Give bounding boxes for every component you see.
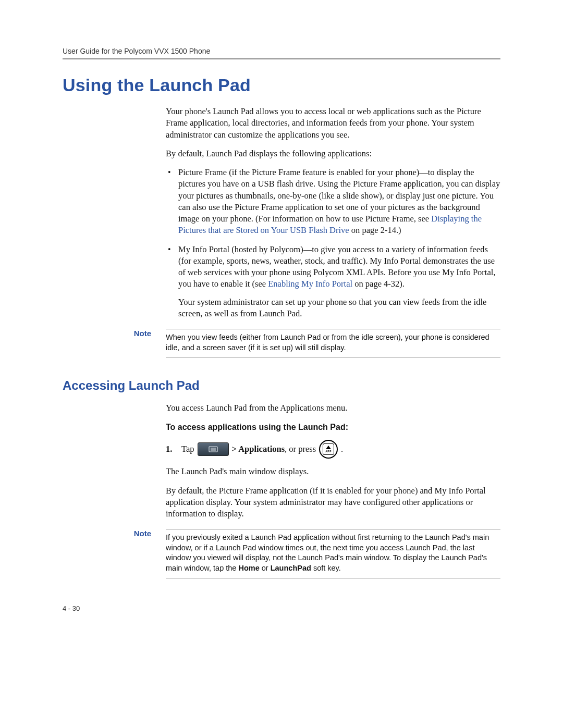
step-text-tap: Tap [181, 443, 194, 455]
subsection-heading: Accessing Launch Pad [63, 378, 500, 393]
bullet-text-tail: on page 4-32). [352, 279, 405, 289]
subsection-intro: You access Launch Pad from the Applicati… [166, 402, 500, 414]
step-1: 1. Tap > Applications, or press APP [166, 440, 500, 459]
running-header: User Guide for the Polycom VVX 1500 Phon… [63, 47, 500, 55]
launchpad-softkey-label: LaunchPad [271, 564, 311, 572]
note-body-1: When you view feeds (either from Launch … [166, 329, 500, 357]
bullet-followup-paragraph: Your system administrator can set up you… [178, 297, 500, 320]
bullet-item-picture-frame: Picture Frame (if the Picture Frame feat… [166, 167, 500, 237]
applications-label: Applications [238, 444, 285, 454]
document-page: User Guide for the Polycom VVX 1500 Phon… [0, 0, 563, 644]
step-text-period: . [341, 443, 343, 455]
step-result-2: By default, the Picture Frame applicatio… [166, 485, 500, 520]
step-number: 1. [166, 443, 178, 455]
bullet-list: Picture Frame (if the Picture Frame feat… [166, 167, 500, 319]
note-label: Note [134, 329, 151, 338]
home-softkey-label: Home [238, 564, 259, 572]
menu-softkey-icon [198, 442, 229, 456]
bullet-item-my-info-portal: My Info Portal (hosted by Polycom)—to gi… [166, 244, 500, 320]
section-body: Your phone's Launch Pad allows you to ac… [166, 106, 500, 319]
bullet-text-tail: on page 2-14.) [349, 225, 401, 235]
step-result-1: The Launch Pad's main window displays. [166, 466, 500, 477]
subsection-body: You access Launch Pad from the Applicati… [166, 402, 500, 520]
step-text-gt: > Applications, or press [232, 443, 316, 455]
task-heading: To access applications using the Launch … [166, 422, 500, 433]
note-block-2: Note If you previously exited a Launch P… [63, 529, 500, 578]
intro-paragraph-2: By default, Launch Pad displays the foll… [166, 148, 500, 159]
intro-paragraph-1: Your phone's Launch Pad allows you to ac… [166, 106, 500, 141]
section-heading: Using the Launch Pad [63, 75, 500, 95]
header-rule [63, 58, 500, 59]
note-block-1: Note When you view feeds (either from La… [63, 329, 500, 357]
note-label: Note [134, 529, 151, 538]
note-body-2: If you previously exited a Launch Pad ap… [166, 529, 500, 578]
app-hardkey-icon: APP [319, 440, 338, 459]
link-enabling-my-info-portal[interactable]: Enabling My Info Portal [268, 279, 352, 289]
page-number: 4 - 30 [63, 604, 500, 612]
